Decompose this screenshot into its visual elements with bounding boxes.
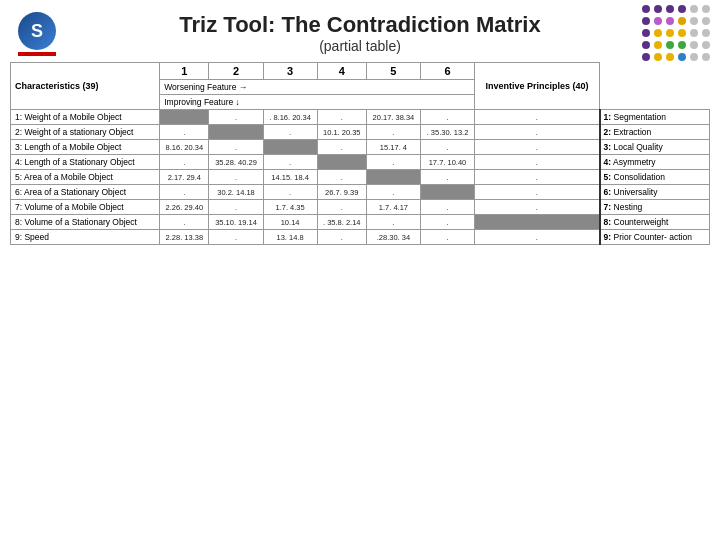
table-row: 9: Speed2.28. 13.38.13. 14.8..28.30. 34.… [11,230,710,245]
right-label: 5: Consolidation [600,170,710,185]
data-cell: . 35.30. 13.2 [420,125,474,140]
data-cell: . [209,140,263,155]
decorative-dot [678,41,686,49]
decorative-dot [678,53,686,61]
data-cell: . [209,110,263,125]
row-label: 6: Area of a Stationary Object [11,185,160,200]
data-cell: 35.28. 40.29 [209,155,263,170]
logo-area: S [18,12,56,56]
data-cell: 2.28. 13.38 [160,230,209,245]
data-cell [263,140,317,155]
data-cell: . [420,200,474,215]
logo-circle: S [18,12,56,50]
row-label: 4: Length of a Stationary Object [11,155,160,170]
row-label: 7: Volume of a Mobile Object [11,200,160,215]
data-cell [209,125,263,140]
decorative-dot [654,41,662,49]
decorative-dot [666,53,674,61]
data-cell: . [420,110,474,125]
page-wrapper: S Triz Tool: The Contradiction Matrix (p… [0,0,720,540]
data-cell: . [209,230,263,245]
col-3-header: 3 [263,63,317,80]
col-6-header: 6 [420,63,474,80]
data-cell: . [160,125,209,140]
data-cell: . [366,215,420,230]
row-label: 3: Length of a Mobile Object [11,140,160,155]
row-label: 5: Area of a Mobile Object [11,170,160,185]
data-cell: . [317,140,366,155]
title-section: Triz Tool: The Contradiction Matrix (par… [179,12,540,54]
data-cell: . [475,140,600,155]
decorative-dot [654,29,662,37]
data-cell: . [475,185,600,200]
sub-title: (partial table) [179,38,540,54]
decorative-dot [642,41,650,49]
data-cell: 10.14 [263,215,317,230]
decorative-dot [642,17,650,25]
decorative-dot [702,29,710,37]
data-cell: 17.7. 10.40 [420,155,474,170]
data-cell [420,185,474,200]
data-cell: 30.2. 14.18 [209,185,263,200]
row-label: 2: Weight of a stationary Object [11,125,160,140]
right-label: 2: Extraction [600,125,710,140]
data-cell: . [317,170,366,185]
data-cell: . [420,140,474,155]
decorative-dot [654,53,662,61]
decorative-dot [666,41,674,49]
right-label: 8: Counterweight [600,215,710,230]
dots-decoration [642,5,712,63]
data-cell: 35.10. 19.14 [209,215,263,230]
data-cell: 13. 14.8 [263,230,317,245]
table-row: 1: Weight of a Mobile Object.. 8.16. 20.… [11,110,710,125]
table-row: 4: Length of a Stationary Object.35.28. … [11,155,710,170]
table-row: 2: Weight of a stationary Object..10.1. … [11,125,710,140]
col-2-header: 2 [209,63,263,80]
right-label: 7: Nesting [600,200,710,215]
right-label: 1: Segmentation [600,110,710,125]
data-cell: . [317,230,366,245]
decorative-dot [666,17,674,25]
data-cell: . [366,155,420,170]
row-label: 1: Weight of a Mobile Object [11,110,160,125]
worsening-header: Worsening Feature → [160,80,475,95]
data-cell: . 35.8. 2.14 [317,215,366,230]
data-cell [366,170,420,185]
row-label: 9: Speed [11,230,160,245]
data-cell: . [160,215,209,230]
decorative-dot [654,5,662,13]
col-5-header: 5 [366,63,420,80]
logo-underline [18,52,56,56]
data-cell: 26.7. 9.39 [317,185,366,200]
table-row: 6: Area of a Stationary Object.30.2. 14.… [11,185,710,200]
table-row: 7: Volume of a Mobile Object2.26. 29.40.… [11,200,710,215]
table-row: 8: Volume of a Stationary Object.35.10. … [11,215,710,230]
data-cell: 1.7. 4.35 [263,200,317,215]
data-cell: . [160,185,209,200]
data-cell: . [317,200,366,215]
decorative-dot [690,53,698,61]
data-cell: . [420,215,474,230]
data-cell: . [420,170,474,185]
main-title: Triz Tool: The Contradiction Matrix [179,12,540,38]
right-label: 9: Prior Counter- action [600,230,710,245]
decorative-dot [702,41,710,49]
decorative-dot [690,29,698,37]
decorative-dot [702,17,710,25]
inventive-header: Inventive Principles (40) [475,63,600,110]
data-cell: 10.1. 20.35 [317,125,366,140]
data-cell: . 8.16. 20.34 [263,110,317,125]
data-cell: . [366,125,420,140]
data-cell: . [475,170,600,185]
data-cell: 15.17. 4 [366,140,420,155]
data-cell: . [475,110,600,125]
decorative-dot [642,53,650,61]
characteristics-header: Characteristics (39) [11,63,160,110]
data-cell: . [475,200,600,215]
matrix-container: Characteristics (39) 1 2 3 4 5 6 Inventi… [10,62,710,245]
data-cell: . [475,125,600,140]
decorative-dot [666,29,674,37]
right-label: 4: Asymmetry [600,155,710,170]
data-cell: . [209,200,263,215]
decorative-dot [690,5,698,13]
